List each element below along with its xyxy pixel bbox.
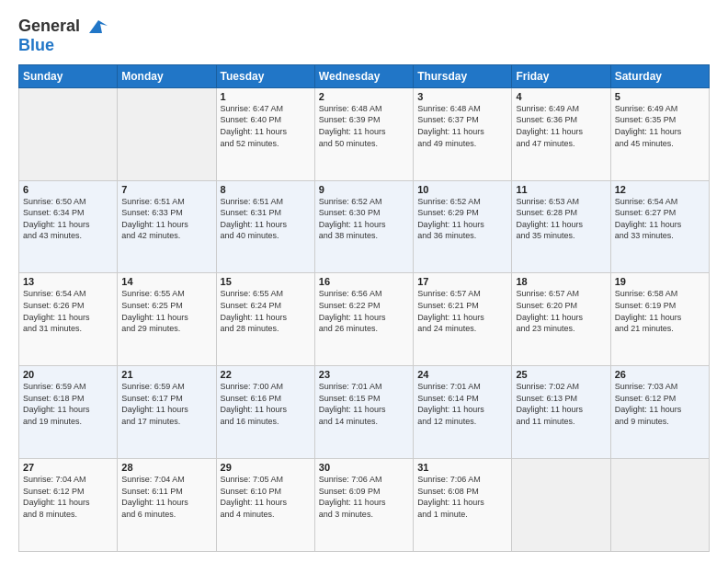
day-number: 18 (516, 276, 606, 287)
calendar-cell: 4Sunrise: 6:49 AMSunset: 6:36 PMDaylight… (512, 87, 610, 180)
calendar-cell: 8Sunrise: 6:51 AMSunset: 6:31 PMDaylight… (216, 180, 314, 273)
calendar-cell (19, 87, 118, 180)
day-number: 16 (319, 276, 409, 287)
day-info: Sunrise: 7:06 AMSunset: 6:08 PMDaylight:… (417, 474, 507, 520)
weekday-header-saturday: Saturday (610, 64, 709, 87)
calendar-cell: 7Sunrise: 6:51 AMSunset: 6:33 PMDaylight… (118, 180, 216, 273)
day-number: 12 (615, 184, 705, 195)
day-info: Sunrise: 7:03 AMSunset: 6:12 PMDaylight:… (615, 381, 705, 427)
day-info: Sunrise: 6:57 AMSunset: 6:20 PMDaylight:… (516, 288, 606, 334)
calendar-cell: 24Sunrise: 7:01 AMSunset: 6:14 PMDayligh… (414, 366, 512, 459)
weekday-header-friday: Friday (512, 64, 610, 87)
day-number: 1 (221, 91, 311, 102)
week-row-1: 1Sunrise: 6:47 AMSunset: 6:40 PMDaylight… (19, 87, 710, 180)
calendar-cell (118, 87, 216, 180)
day-info: Sunrise: 7:01 AMSunset: 6:14 PMDaylight:… (417, 381, 507, 427)
day-info: Sunrise: 6:48 AMSunset: 6:37 PMDaylight:… (417, 103, 507, 149)
day-number: 10 (417, 184, 507, 195)
svg-marker-0 (89, 20, 108, 33)
calendar-cell: 29Sunrise: 7:05 AMSunset: 6:10 PMDayligh… (216, 459, 314, 552)
day-info: Sunrise: 6:49 AMSunset: 6:35 PMDaylight:… (615, 103, 705, 149)
day-info: Sunrise: 6:51 AMSunset: 6:33 PMDaylight:… (121, 196, 211, 242)
calendar-cell: 2Sunrise: 6:48 AMSunset: 6:39 PMDaylight… (314, 87, 413, 180)
day-info: Sunrise: 6:56 AMSunset: 6:22 PMDaylight:… (319, 288, 409, 334)
calendar-cell: 16Sunrise: 6:56 AMSunset: 6:22 PMDayligh… (314, 273, 413, 366)
calendar-cell: 22Sunrise: 7:00 AMSunset: 6:16 PMDayligh… (216, 366, 314, 459)
day-number: 31 (417, 462, 507, 473)
calendar-cell: 5Sunrise: 6:49 AMSunset: 6:35 PMDaylight… (610, 87, 709, 180)
day-number: 17 (417, 276, 507, 287)
day-number: 30 (319, 462, 409, 473)
day-number: 25 (516, 369, 606, 380)
calendar-cell: 27Sunrise: 7:04 AMSunset: 6:12 PMDayligh… (19, 459, 118, 552)
calendar-cell: 28Sunrise: 7:04 AMSunset: 6:11 PMDayligh… (118, 459, 216, 552)
day-info: Sunrise: 7:06 AMSunset: 6:09 PMDaylight:… (319, 474, 409, 520)
day-number: 29 (221, 462, 311, 473)
week-row-3: 13Sunrise: 6:54 AMSunset: 6:26 PMDayligh… (19, 273, 710, 366)
day-number: 24 (417, 369, 507, 380)
calendar-page: General Blue SundayMondayTuesdayWednesda… (0, 0, 728, 563)
day-number: 2 (319, 91, 409, 102)
day-info: Sunrise: 7:00 AMSunset: 6:16 PMDaylight:… (221, 381, 311, 427)
day-number: 6 (23, 184, 113, 195)
day-number: 7 (121, 184, 211, 195)
day-info: Sunrise: 6:50 AMSunset: 6:34 PMDaylight:… (23, 196, 113, 242)
day-number: 26 (615, 369, 705, 380)
day-info: Sunrise: 6:52 AMSunset: 6:30 PMDaylight:… (319, 196, 409, 242)
calendar-cell: 23Sunrise: 7:01 AMSunset: 6:15 PMDayligh… (314, 366, 413, 459)
calendar-cell: 14Sunrise: 6:55 AMSunset: 6:25 PMDayligh… (118, 273, 216, 366)
day-number: 28 (121, 462, 211, 473)
day-number: 19 (615, 276, 705, 287)
weekday-header-row: SundayMondayTuesdayWednesdayThursdayFrid… (19, 64, 710, 87)
calendar-cell: 1Sunrise: 6:47 AMSunset: 6:40 PMDaylight… (216, 87, 314, 180)
week-row-2: 6Sunrise: 6:50 AMSunset: 6:34 PMDaylight… (19, 180, 710, 273)
day-info: Sunrise: 7:05 AMSunset: 6:10 PMDaylight:… (221, 474, 311, 520)
day-number: 4 (516, 91, 606, 102)
day-info: Sunrise: 7:02 AMSunset: 6:13 PMDaylight:… (516, 381, 606, 427)
calendar-cell: 18Sunrise: 6:57 AMSunset: 6:20 PMDayligh… (512, 273, 610, 366)
day-info: Sunrise: 6:47 AMSunset: 6:40 PMDaylight:… (221, 103, 311, 149)
day-info: Sunrise: 6:55 AMSunset: 6:25 PMDaylight:… (121, 288, 211, 334)
day-info: Sunrise: 6:52 AMSunset: 6:29 PMDaylight:… (417, 196, 507, 242)
day-info: Sunrise: 6:57 AMSunset: 6:21 PMDaylight:… (417, 288, 507, 334)
calendar-cell: 3Sunrise: 6:48 AMSunset: 6:37 PMDaylight… (414, 87, 512, 180)
logo: General Blue (18, 17, 111, 55)
day-number: 27 (23, 462, 113, 473)
day-number: 13 (23, 276, 113, 287)
weekday-header-wednesday: Wednesday (314, 64, 413, 87)
day-info: Sunrise: 6:51 AMSunset: 6:31 PMDaylight:… (221, 196, 311, 242)
weekday-header-tuesday: Tuesday (216, 64, 314, 87)
calendar-cell: 21Sunrise: 6:59 AMSunset: 6:17 PMDayligh… (118, 366, 216, 459)
calendar-cell: 13Sunrise: 6:54 AMSunset: 6:26 PMDayligh… (19, 273, 118, 366)
day-number: 3 (417, 91, 507, 102)
header: General Blue (18, 17, 710, 55)
calendar-cell: 31Sunrise: 7:06 AMSunset: 6:08 PMDayligh… (414, 459, 512, 552)
day-info: Sunrise: 6:55 AMSunset: 6:24 PMDaylight:… (221, 288, 311, 334)
calendar-cell: 6Sunrise: 6:50 AMSunset: 6:34 PMDaylight… (19, 180, 118, 273)
day-number: 21 (121, 369, 211, 380)
day-info: Sunrise: 6:53 AMSunset: 6:28 PMDaylight:… (516, 196, 606, 242)
day-info: Sunrise: 7:01 AMSunset: 6:15 PMDaylight:… (319, 381, 409, 427)
day-info: Sunrise: 7:04 AMSunset: 6:11 PMDaylight:… (121, 474, 211, 520)
calendar-cell: 25Sunrise: 7:02 AMSunset: 6:13 PMDayligh… (512, 366, 610, 459)
calendar-cell: 10Sunrise: 6:52 AMSunset: 6:29 PMDayligh… (414, 180, 512, 273)
day-number: 9 (319, 184, 409, 195)
day-number: 11 (516, 184, 606, 195)
day-number: 5 (615, 91, 705, 102)
day-info: Sunrise: 6:49 AMSunset: 6:36 PMDaylight:… (516, 103, 606, 149)
calendar-cell: 17Sunrise: 6:57 AMSunset: 6:21 PMDayligh… (414, 273, 512, 366)
calendar-cell: 15Sunrise: 6:55 AMSunset: 6:24 PMDayligh… (216, 273, 314, 366)
week-row-4: 20Sunrise: 6:59 AMSunset: 6:18 PMDayligh… (19, 366, 710, 459)
calendar-cell: 26Sunrise: 7:03 AMSunset: 6:12 PMDayligh… (610, 366, 709, 459)
logo-bird-icon (82, 17, 109, 37)
calendar-cell (512, 459, 610, 552)
day-info: Sunrise: 7:04 AMSunset: 6:12 PMDaylight:… (23, 474, 113, 520)
day-info: Sunrise: 6:48 AMSunset: 6:39 PMDaylight:… (319, 103, 409, 149)
logo-blue: Blue (18, 36, 54, 54)
day-number: 14 (121, 276, 211, 287)
day-number: 22 (221, 369, 311, 380)
day-info: Sunrise: 6:54 AMSunset: 6:26 PMDaylight:… (23, 288, 113, 334)
day-info: Sunrise: 6:58 AMSunset: 6:19 PMDaylight:… (615, 288, 705, 334)
day-info: Sunrise: 6:59 AMSunset: 6:18 PMDaylight:… (23, 381, 113, 427)
calendar-cell: 11Sunrise: 6:53 AMSunset: 6:28 PMDayligh… (512, 180, 610, 273)
